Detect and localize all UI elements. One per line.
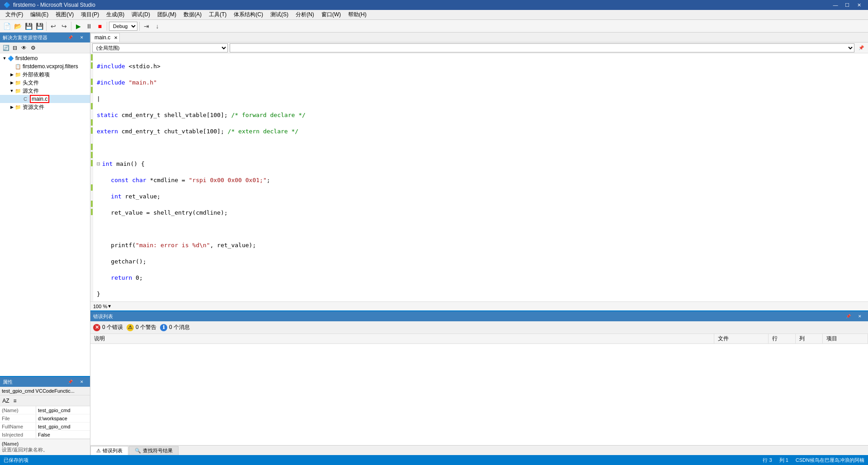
scope-select[interactable]: (全局范围) — [92, 43, 228, 52]
save-button[interactable]: 💾 — [24, 21, 33, 31]
main-layout: 解决方案资源管理器 📌 ✕ 🔄 ⊟ 👁 ⚙ ▼ 🔷 firstdemo 📋 — [0, 33, 868, 455]
pin-button[interactable]: 📌 — [65, 33, 75, 42]
properties-close-button[interactable]: ✕ — [76, 377, 87, 387]
step-over-button[interactable]: ⇥ — [142, 21, 151, 31]
separator-4 — [139, 22, 140, 31]
menu-window[interactable]: 窗口(W) — [318, 10, 344, 20]
menu-view[interactable]: 视图(V) — [52, 10, 77, 20]
menu-edit[interactable]: 编辑(E) — [27, 10, 52, 20]
external-label: 外部依赖项 — [23, 71, 50, 79]
code-line-3: | — [97, 95, 864, 103]
run-button[interactable]: ▶ — [73, 21, 83, 31]
maximize-button[interactable]: ☐ — [842, 0, 853, 10]
resources-arrow: ▶ — [9, 105, 14, 109]
sources-arrow: ▼ — [9, 89, 14, 93]
message-count: 0 个消息 — [169, 324, 190, 331]
properties-pin-button[interactable]: 📌 — [65, 377, 75, 387]
minimize-button[interactable]: — — [830, 0, 841, 10]
collapse-all-button[interactable]: ⊟ — [11, 44, 19, 52]
find-symbols-icon: 🔍 — [135, 448, 141, 454]
menu-project[interactable]: 项目(P) — [77, 10, 103, 20]
new-file-button[interactable]: 📄 — [2, 21, 12, 31]
zoom-dropdown-button[interactable]: ▼ — [107, 304, 112, 309]
refresh-button[interactable]: 🔄 — [2, 44, 10, 52]
sort-cat-button[interactable]: ≡ — [11, 397, 19, 405]
panel-close-button[interactable]: ✕ — [76, 33, 87, 42]
save-all-button[interactable]: 💾 — [34, 21, 44, 31]
solution-explorer-title: 解决方案资源管理器 — [3, 34, 47, 41]
error-list-close-button[interactable]: ✕ — [854, 311, 865, 321]
error-filter-warnings[interactable]: ⚠ 0 个警告 — [127, 324, 156, 331]
properties-header-buttons: 📌 ✕ — [65, 377, 87, 387]
menu-analyze[interactable]: 分析(N) — [292, 10, 318, 20]
tree-item-headers[interactable]: ▶ 📁 头文件 — [0, 79, 90, 87]
error-filter-messages[interactable]: ℹ 0 个消息 — [160, 324, 190, 331]
bottom-tab-error-list[interactable]: ⚠ 错误列表 — [90, 446, 128, 455]
error-list-pin-button[interactable]: 📌 — [843, 311, 854, 321]
menu-tools[interactable]: 工具(T) — [205, 10, 230, 20]
error-filter-errors[interactable]: ✕ 0 个错误 — [93, 324, 123, 331]
pause-button[interactable]: ⏸ — [84, 21, 94, 31]
properties-header: 属性 📌 ✕ — [0, 377, 90, 387]
prop-name-value: test_gpio_cmd — [36, 406, 90, 414]
menu-arch[interactable]: 体系结构(C) — [230, 10, 267, 20]
menu-help[interactable]: 帮助(H) — [344, 10, 370, 20]
code-line-5: extern cmd_entry_t chut_vtable[100]; /* … — [97, 127, 864, 136]
prop-desc-text: 设置/返回对象名称。 — [2, 447, 48, 452]
filters-label: firstdemo.vcxproj.filters — [23, 63, 78, 70]
redo-button[interactable]: ↪ — [59, 21, 69, 31]
title-bar-controls: — ☐ ✕ — [830, 0, 864, 10]
code-line-1: #include <stdio.h> — [97, 62, 864, 70]
menu-team[interactable]: 团队(M) — [154, 10, 180, 20]
menu-file[interactable]: 文件(F) — [2, 10, 27, 20]
solution-label: firstdemo — [15, 55, 38, 61]
prop-row-name: (Name) test_gpio_cmd — [0, 406, 90, 414]
solution-explorer-panel: 解决方案资源管理器 📌 ✕ 🔄 ⊟ 👁 ⚙ ▼ 🔷 firstdemo 📋 — [0, 33, 90, 455]
tree-item-filters[interactable]: 📋 firstdemo.vcxproj.filters — [0, 62, 90, 70]
menu-test[interactable]: 测试(S) — [267, 10, 292, 20]
menu-data[interactable]: 数据(A) — [180, 10, 205, 20]
bottom-tabs: ⚠ 错误列表 🔍 查找符号结果 — [90, 445, 868, 455]
pin-editor-button[interactable]: 📌 — [856, 43, 866, 53]
close-button[interactable]: ✕ — [854, 0, 864, 10]
properties-panel: 属性 📌 ✕ test_gpio_cmd VCCodeFunctic... AZ… — [0, 376, 90, 455]
bottom-tab-find-symbols[interactable]: 🔍 查找符号结果 — [129, 446, 179, 455]
col-line: 行 — [769, 334, 796, 343]
c-file-icon: C — [22, 95, 29, 103]
open-button[interactable]: 📂 — [13, 21, 23, 31]
error-list-icon: ⚠ — [96, 448, 101, 454]
code-content[interactable]: #include <stdio.h> #include "main.h" | s… — [93, 53, 868, 301]
tree-item-sources[interactable]: ▼ 📁 源文件 — [0, 87, 90, 95]
tab-close-main-c[interactable]: ✕ — [114, 35, 118, 40]
tree-item-external[interactable]: ▶ 📁 外部依赖项 — [0, 70, 90, 79]
tree-item-solution[interactable]: ▼ 🔷 firstdemo — [0, 54, 90, 62]
tree-item-main-c[interactable]: C main.c — [0, 95, 90, 103]
content-area: main.c ✕ (全局范围) 📌 — [90, 33, 868, 455]
tab-main-c[interactable]: main.c ✕ — [90, 33, 120, 42]
sort-alpha-button[interactable]: AZ — [2, 397, 10, 405]
function-select[interactable] — [230, 43, 854, 52]
step-into-button[interactable]: ↓ — [152, 21, 162, 31]
stop-button[interactable]: ■ — [95, 21, 105, 31]
menu-build[interactable]: 生成(B) — [103, 10, 128, 20]
info-icon: ℹ — [160, 324, 167, 331]
tree-item-resources[interactable]: ▶ 📁 资源文件 — [0, 103, 90, 111]
selected-prop-name: (Name) — [2, 441, 19, 446]
code-line-8: const char *cmdline = "rspi 0x00 0x00 0x… — [97, 176, 864, 184]
undo-button[interactable]: ↩ — [48, 21, 58, 31]
menu-bar: 文件(F) 编辑(E) 视图(V) 项目(P) 生成(B) 调试(D) 团队(M… — [0, 10, 868, 20]
debug-mode-select[interactable]: Debug — [109, 22, 137, 31]
panel-header-buttons: 📌 ✕ — [65, 33, 87, 42]
properties-button[interactable]: ⚙ — [29, 44, 37, 52]
separator-3 — [107, 22, 107, 31]
show-all-button[interactable]: 👁 — [20, 44, 28, 52]
separator-1 — [46, 22, 47, 31]
error-count: 0 个错误 — [102, 324, 123, 331]
app-icon: 🔷 — [4, 2, 10, 8]
code-line-12: printf("main: error is %d\n", ret_value)… — [97, 241, 864, 249]
menu-debug[interactable]: 调试(D) — [128, 10, 154, 20]
col-col: 列 — [796, 334, 823, 343]
sources-folder-icon: 📁 — [14, 87, 22, 94]
prop-fullname-value: test_gpio_cmd — [36, 423, 90, 430]
code-editor[interactable]: #include <stdio.h> #include "main.h" | s… — [90, 53, 868, 301]
